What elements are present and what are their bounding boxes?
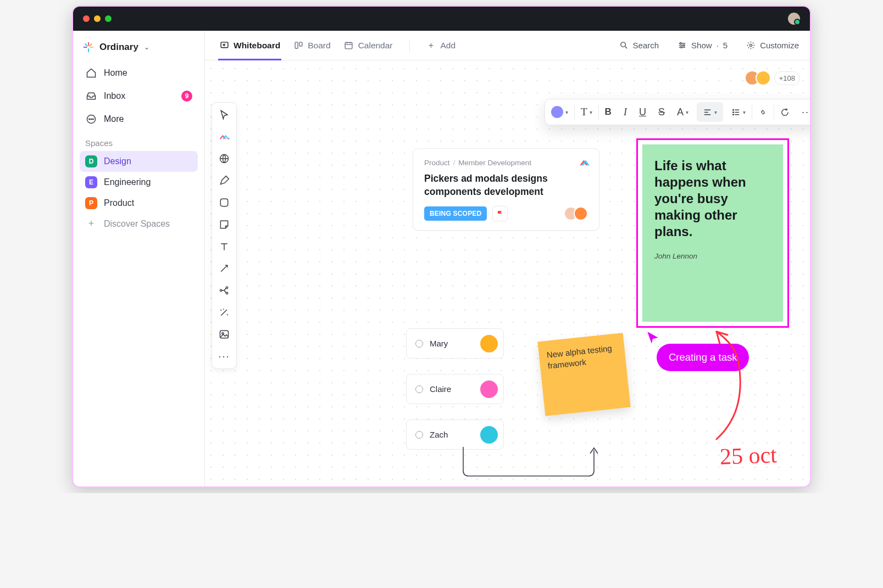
flag-icon	[496, 210, 504, 217]
home-icon	[85, 67, 97, 79]
font-picker[interactable]: T▾	[575, 99, 598, 125]
task-title: Pickers ad modals designs components dev…	[424, 172, 588, 198]
chevron-down-icon: ▾	[743, 109, 746, 115]
hand-drawn-arrow	[695, 324, 755, 445]
show-label: Show	[691, 41, 712, 50]
connector-arrow[interactable]	[462, 446, 605, 486]
space-label: Engineering	[104, 177, 151, 187]
svg-rect-7	[345, 43, 352, 49]
nav-inbox[interactable]: Inbox 9	[80, 85, 198, 108]
quote-card-selection[interactable]: Life is what happens when you're busy ma…	[636, 138, 789, 328]
pen-tool[interactable]	[218, 174, 231, 187]
sync-button[interactable]	[774, 99, 796, 125]
svg-point-3	[93, 119, 94, 120]
image-tool[interactable]	[218, 328, 231, 341]
mindmap-tool[interactable]	[218, 284, 231, 297]
chevron-down-icon: ▾	[714, 109, 717, 115]
inbox-badge: 9	[181, 91, 192, 102]
align-button[interactable]: ▾	[697, 102, 723, 122]
bold-button[interactable]: B	[599, 99, 618, 125]
link-button[interactable]	[752, 99, 774, 125]
maximize-icon[interactable]	[105, 15, 112, 22]
text-tool[interactable]	[218, 240, 231, 253]
collaborator-avatars[interactable]: +108	[749, 70, 800, 86]
text-color-button[interactable]: A▾	[671, 99, 695, 125]
space-swatch: D	[85, 155, 97, 167]
user-avatar[interactable]	[788, 13, 800, 25]
magic-tool[interactable]	[218, 306, 231, 319]
space-engineering[interactable]: E Engineering	[80, 172, 198, 193]
add-label: Add	[441, 41, 456, 51]
italic-button[interactable]: I	[618, 99, 633, 125]
spaces-heading: Spaces	[80, 131, 198, 151]
svg-point-16	[220, 289, 222, 291]
svg-point-8	[620, 42, 625, 47]
task-card[interactable]: Product/Member Development Pickers ad mo…	[413, 148, 599, 231]
customize-label: Customize	[760, 41, 799, 50]
plus-icon: +	[426, 41, 436, 51]
avatar	[480, 335, 498, 352]
more-format-button[interactable]: ···	[796, 99, 810, 125]
svg-rect-5	[295, 42, 298, 48]
person-card[interactable]: Claire	[406, 374, 504, 404]
svg-text:+: +	[227, 137, 230, 142]
text-icon: T	[581, 106, 587, 118]
status-pill[interactable]: BEING SCOPED	[424, 206, 487, 221]
pointer-tool[interactable]	[218, 108, 231, 121]
avatar-overflow[interactable]: +108	[774, 71, 800, 85]
nav-more[interactable]: More	[80, 108, 198, 131]
discover-spaces[interactable]: + Discover Spaces	[80, 214, 198, 234]
search-label: Search	[633, 41, 659, 50]
plus-icon: +	[85, 218, 97, 229]
workspace-selector[interactable]: Ordinary ⌄	[80, 38, 198, 61]
show-button[interactable]: Show · 5	[677, 41, 727, 50]
text-color-icon: A	[677, 107, 684, 118]
nav-home[interactable]: Home	[80, 61, 198, 85]
more-icon	[85, 113, 97, 125]
svg-point-1	[89, 119, 90, 120]
tab-label: Whiteboard	[234, 41, 280, 51]
list-button[interactable]: ▾	[725, 99, 752, 125]
radio-icon[interactable]	[415, 340, 423, 348]
inbox-icon	[85, 90, 97, 102]
link-icon	[758, 108, 768, 117]
tab-board[interactable]: Board	[292, 31, 331, 60]
nav-label: More	[104, 114, 124, 124]
tab-calendar[interactable]: Calendar	[343, 31, 394, 60]
web-tool[interactable]	[218, 152, 231, 165]
more-tools[interactable]: ···	[218, 350, 231, 363]
space-product[interactable]: P Product	[80, 193, 198, 214]
customize-button[interactable]: Customize	[746, 41, 799, 50]
avatar	[574, 206, 588, 221]
chevron-down-icon: ⌄	[144, 43, 149, 51]
priority-flag[interactable]	[492, 206, 508, 221]
sticky-tool[interactable]	[218, 218, 231, 231]
space-design[interactable]: D Design	[80, 151, 198, 172]
tab-whiteboard[interactable]: Whiteboard	[218, 31, 281, 60]
sticky-note[interactable]: New alpha testing framework	[537, 333, 630, 416]
task-assignees[interactable]	[568, 206, 588, 221]
svg-point-12	[750, 44, 752, 46]
close-icon[interactable]	[83, 15, 90, 22]
whiteboard-canvas[interactable]: +108 + ··· ▾	[205, 60, 810, 486]
clickup-logo-icon	[579, 158, 590, 169]
underline-button[interactable]: U	[633, 99, 652, 125]
person-card[interactable]: Mary	[406, 328, 504, 359]
sliders-icon	[677, 41, 687, 50]
discover-label: Discover Spaces	[104, 219, 170, 229]
strike-button[interactable]: S	[652, 99, 671, 125]
person-card[interactable]: Zach	[406, 419, 504, 450]
task-tool[interactable]: +	[218, 130, 231, 143]
radio-icon[interactable]	[415, 431, 423, 439]
quote-author: John Lennon	[654, 252, 771, 260]
radio-icon[interactable]	[415, 385, 423, 393]
calendar-icon	[344, 41, 354, 51]
svg-point-17	[226, 287, 227, 288]
fill-color-picker[interactable]: ▾	[545, 99, 574, 125]
shape-tool[interactable]	[218, 196, 231, 209]
svg-rect-6	[299, 42, 302, 46]
search-button[interactable]: Search	[619, 41, 659, 50]
connector-tool[interactable]	[218, 262, 231, 275]
add-view-button[interactable]: + Add	[425, 31, 457, 60]
minimize-icon[interactable]	[94, 15, 101, 22]
